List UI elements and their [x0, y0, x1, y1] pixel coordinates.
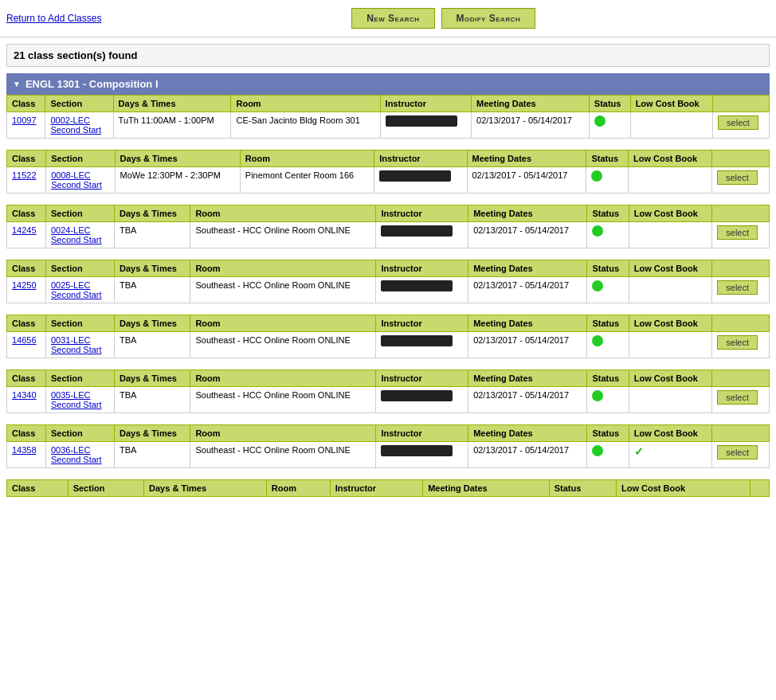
section-link[interactable]: 0008-LEC — [51, 170, 109, 180]
table-row: 11522 0008-LEC Second Start MoWe 12:30PM… — [7, 167, 770, 194]
section-link[interactable]: 0024-LEC — [51, 225, 109, 235]
instructor — [376, 442, 468, 468]
select-cell: select — [712, 332, 770, 358]
select-button[interactable]: select — [717, 170, 758, 185]
return-link[interactable]: Return to Add Classes — [6, 13, 101, 24]
select-cell: select — [712, 387, 770, 413]
col-low-cost-book: Low Cost Book — [629, 205, 712, 222]
section-info: 0031-LEC Second Start — [45, 332, 114, 358]
col-days-times: Days & Times — [115, 205, 190, 222]
room: Southeast - HCC Online Room ONLINE — [190, 332, 376, 358]
results-count: 21 class section(s) found — [6, 44, 770, 67]
meeting-dates: 02/13/2017 - 05/14/2017 — [468, 332, 587, 358]
col-meeting-dates: Meeting Dates — [467, 151, 586, 167]
meeting-dates: 02/13/2017 - 05/14/2017 — [467, 167, 586, 194]
second-start-link[interactable]: Second Start — [51, 180, 102, 190]
modify-search-button[interactable]: Modify Search — [441, 8, 536, 29]
col-meeting-dates: Meeting Dates — [468, 425, 587, 442]
select-button[interactable]: select — [717, 445, 758, 459]
instructor — [376, 387, 468, 413]
course-header: ▼ ENGL 1301 - Composition I — [6, 73, 770, 95]
col-action — [712, 260, 770, 277]
table-row: 14245 0024-LEC Second Start TBA Southeas… — [7, 222, 770, 248]
instructor — [376, 222, 468, 248]
section-link[interactable]: 0031-LEC — [51, 335, 109, 345]
section-table-1: Class Section Days & Times Room Instruct… — [6, 95, 770, 139]
section-info: 0008-LEC Second Start — [46, 167, 115, 194]
section-link[interactable]: 0036-LEC — [51, 445, 109, 455]
class-num: 10097 — [7, 112, 45, 139]
section-info: 0002-LEC Second Start — [45, 112, 113, 139]
class-num: 14340 — [7, 387, 46, 413]
instructor — [376, 277, 468, 303]
room: Pinemont Center Room 166 — [240, 167, 374, 194]
select-cell: select — [713, 112, 770, 139]
select-button[interactable]: select — [717, 390, 758, 405]
status — [589, 112, 630, 139]
days-times: TBA — [115, 387, 190, 413]
meeting-dates: 02/13/2017 - 05/14/2017 — [468, 387, 587, 413]
section-link[interactable]: 0035-LEC — [51, 390, 109, 400]
section-block-4: Class Section Days & Times Room Instruct… — [6, 260, 770, 303]
col-status: Status — [549, 480, 616, 497]
section-link[interactable]: 0002-LEC — [50, 115, 108, 125]
section-block-5: Class Section Days & Times Room Instruct… — [6, 315, 770, 358]
select-button[interactable]: select — [717, 335, 758, 350]
class-num: 11522 — [7, 167, 46, 194]
col-room: Room — [190, 205, 376, 222]
second-start-link[interactable]: Second Start — [51, 400, 102, 409]
section-block-1: Class Section Days & Times Room Instruct… — [6, 95, 770, 139]
days-times: TBA — [115, 222, 190, 248]
status-dot — [592, 335, 603, 346]
status — [587, 442, 629, 468]
col-low-cost-book: Low Cost Book — [630, 96, 712, 112]
col-action — [712, 370, 770, 387]
second-start-link[interactable]: Second Start — [51, 290, 102, 299]
class-num: 14656 — [7, 332, 46, 358]
section-table-2: Class Section Days & Times Room Instruct… — [6, 150, 770, 194]
second-start-link[interactable]: Second Start — [51, 345, 102, 354]
section-block-7: Class Section Days & Times Room Instruct… — [6, 424, 770, 468]
col-section: Section — [45, 315, 114, 332]
col-low-cost-book: Low Cost Book — [629, 425, 712, 442]
second-start-link[interactable]: Second Start — [50, 125, 101, 135]
col-low-cost-book: Low Cost Book — [629, 151, 712, 167]
select-button[interactable]: select — [717, 280, 758, 295]
col-instructor: Instructor — [376, 205, 468, 222]
table-row: 10097 0002-LEC Second Start TuTh 11:00AM… — [7, 112, 770, 139]
col-meeting-dates: Meeting Dates — [468, 260, 587, 277]
col-days-times: Days & Times — [115, 260, 190, 277]
col-instructor: Instructor — [376, 425, 468, 442]
select-button[interactable]: select — [718, 115, 758, 130]
col-low-cost-book: Low Cost Book — [629, 370, 712, 387]
status-dot — [592, 280, 603, 291]
col-room: Room — [190, 425, 376, 442]
select-cell: select — [712, 167, 770, 194]
col-instructor: Instructor — [376, 315, 468, 332]
new-search-button[interactable]: New Search — [351, 8, 434, 29]
table-row: 14250 0025-LEC Second Start TBA Southeas… — [7, 277, 770, 303]
status — [586, 167, 629, 194]
select-button[interactable]: select — [717, 225, 758, 240]
select-cell: select — [712, 222, 770, 248]
col-days-times: Days & Times — [115, 315, 190, 332]
table-row: 14358 0036-LEC Second Start TBA Southeas… — [7, 442, 770, 468]
col-status: Status — [587, 370, 629, 387]
second-start-link[interactable]: Second Start — [51, 455, 102, 464]
class-num: 14250 — [7, 277, 46, 303]
low-cost-book — [629, 332, 712, 358]
col-class: Class — [7, 260, 46, 277]
section-table-4: Class Section Days & Times Room Instruct… — [6, 260, 770, 303]
col-class: Class — [7, 425, 46, 442]
room: Southeast - HCC Online Room ONLINE — [190, 387, 376, 413]
status-dot — [592, 225, 603, 237]
col-instructor: Instructor — [374, 151, 467, 167]
col-meeting-dates: Meeting Dates — [472, 96, 590, 112]
section-table-6: Class Section Days & Times Room Instruct… — [6, 370, 770, 413]
col-room: Room — [231, 96, 380, 112]
status — [587, 222, 629, 248]
section-link[interactable]: 0025-LEC — [51, 280, 109, 290]
status — [587, 332, 629, 358]
instructor — [380, 112, 472, 139]
second-start-link[interactable]: Second Start — [51, 235, 102, 244]
